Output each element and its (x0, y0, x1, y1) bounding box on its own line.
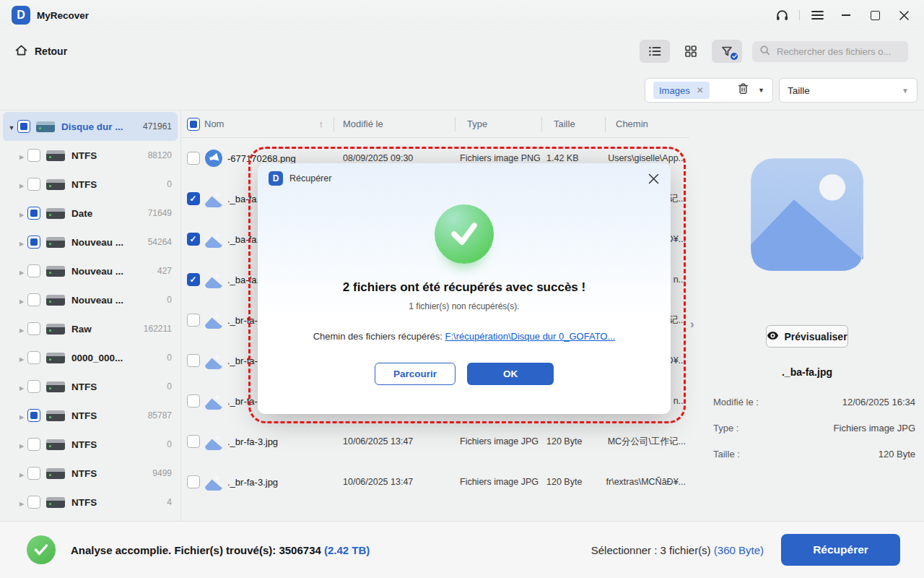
trash-icon[interactable] (737, 82, 749, 98)
sidebar-drive-item[interactable]: Disque dur ... 471961 (3, 112, 178, 141)
sort-ascending-icon[interactable]: ↑ (319, 118, 324, 129)
sidebar-drive-item[interactable]: NTFS 0 (3, 372, 178, 401)
file-type: Fichiers image JPG (456, 436, 542, 447)
row-checkbox[interactable] (187, 435, 200, 448)
sidebar-drive-item[interactable]: NTFS 9499 (3, 459, 178, 488)
row-checkbox[interactable] (187, 314, 200, 327)
column-header-size[interactable]: Taille (542, 118, 605, 129)
images-tag-label: Images (659, 85, 690, 96)
expand-caret-icon[interactable] (16, 207, 27, 220)
column-header-type[interactable]: Type (456, 118, 541, 129)
drive-label: Raw (71, 324, 92, 335)
search-input[interactable] (775, 46, 901, 58)
browse-button[interactable]: Parcourir (375, 363, 456, 385)
collapse-panel-chevron-icon[interactable]: › (690, 318, 694, 330)
drive-checkbox[interactable] (17, 120, 30, 133)
drive-checkbox[interactable] (27, 496, 40, 509)
column-header-path[interactable]: Chemin (606, 118, 689, 129)
row-checkbox[interactable] (187, 192, 200, 205)
grid-view-button[interactable] (676, 40, 706, 63)
expand-caret-icon[interactable] (6, 120, 17, 133)
drive-count: 54264 (148, 237, 172, 247)
expand-caret-icon[interactable] (16, 438, 27, 451)
list-view-button[interactable] (640, 40, 670, 63)
row-checkbox[interactable] (187, 152, 200, 165)
file-row[interactable]: ._br-fa-3.jpg 10/06/2025 13:47 Fichiers … (181, 421, 689, 462)
sidebar-drive-item[interactable]: NTFS 88120 (3, 141, 178, 170)
remove-tag-icon[interactable]: ✕ (697, 86, 704, 95)
expand-caret-icon[interactable] (16, 322, 27, 335)
drive-label: Nouveau ... (71, 266, 123, 277)
close-button[interactable] (889, 4, 918, 26)
sidebar-drive-item[interactable]: Nouveau ... 54264 (3, 228, 178, 256)
filter-row: Images ✕ ▼ Taille ▼ (0, 72, 924, 108)
sidebar-drive-item[interactable]: NTFS 0 (3, 430, 178, 459)
expand-caret-icon[interactable] (16, 351, 27, 364)
dialog-subtext: 1 fichier(s) non récupérés(s). (258, 301, 671, 311)
drive-checkbox[interactable] (27, 467, 40, 480)
expand-caret-icon[interactable] (16, 236, 27, 249)
file-name: ._br-fa-3.jpg (227, 436, 334, 447)
row-checkbox[interactable] (187, 475, 200, 488)
dialog-close-button[interactable] (648, 173, 659, 184)
drive-checkbox[interactable] (27, 236, 40, 249)
drive-checkbox[interactable] (27, 380, 40, 393)
sidebar-drive-item[interactable]: NTFS 4 (3, 488, 178, 517)
sidebar-drive-item[interactable]: Nouveau ... 0 (3, 285, 178, 314)
row-checkbox[interactable] (187, 354, 200, 367)
drive-label: NTFS (71, 150, 97, 161)
minimize-button[interactable] (832, 4, 860, 26)
size-filter-dropdown[interactable]: Taille ▼ (779, 78, 918, 103)
expand-caret-icon[interactable] (16, 264, 27, 277)
recovered-path-link[interactable]: F:\récupération\Disque dur 0_GOFATO... (445, 331, 616, 342)
type-filter-box[interactable]: Images ✕ ▼ (645, 78, 773, 103)
back-button[interactable]: Retour (14, 43, 67, 59)
sidebar-drive-item[interactable]: NTFS 85787 (3, 401, 178, 430)
search-box[interactable] (752, 41, 908, 62)
drive-icon (46, 150, 65, 161)
expand-caret-icon[interactable] (16, 467, 27, 480)
maximize-button[interactable] (860, 4, 889, 26)
select-all-checkbox[interactable] (187, 118, 200, 131)
preview-button[interactable]: Prévisualiser (766, 325, 848, 348)
drive-count: 0 (167, 179, 172, 189)
file-row[interactable]: ._br-fa-3.jpg 10/06/2025 13:47 Fichiers … (181, 462, 689, 502)
drive-checkbox[interactable] (27, 178, 40, 191)
file-name: ._br-fa-3.jpg (227, 477, 334, 488)
expand-caret-icon[interactable] (16, 496, 27, 509)
row-checkbox[interactable] (187, 233, 200, 246)
recover-button[interactable]: Récupérer (781, 534, 900, 566)
expand-caret-icon[interactable] (16, 178, 27, 191)
column-header-name[interactable]: Nom ↑ (200, 118, 334, 129)
drive-checkbox[interactable] (27, 322, 40, 335)
drive-icon (46, 208, 65, 219)
row-checkbox[interactable] (187, 273, 200, 286)
drive-checkbox[interactable] (27, 207, 40, 220)
drive-checkbox[interactable] (27, 438, 40, 451)
preview-button-label: Prévisualiser (784, 331, 847, 342)
drive-checkbox[interactable] (27, 149, 40, 162)
drive-checkbox[interactable] (27, 409, 40, 422)
sidebar-drive-item[interactable]: NTFS 0 (3, 170, 178, 199)
sidebar-drive-item[interactable]: Raw 162211 (3, 314, 178, 343)
drive-label: NTFS (71, 468, 97, 479)
support-headset-icon[interactable] (767, 4, 796, 26)
expand-caret-icon[interactable] (16, 380, 27, 393)
sidebar-drive-item[interactable]: Date 71649 (3, 199, 178, 228)
expand-caret-icon[interactable] (16, 149, 27, 162)
ok-button[interactable]: OK (467, 363, 554, 385)
expand-caret-icon[interactable] (16, 409, 27, 422)
sidebar-drive-item[interactable]: Nouveau ... 427 (3, 256, 178, 285)
column-header-modified[interactable]: Modifié le (334, 118, 455, 129)
drive-checkbox[interactable] (27, 351, 40, 364)
chevron-down-icon[interactable]: ▼ (758, 87, 764, 94)
filter-button[interactable] (712, 40, 742, 63)
images-filter-tag[interactable]: Images ✕ (653, 82, 710, 99)
selection-summary: Sélectionner : 3 fichier(s) (360 Byte) (591, 544, 764, 556)
drive-checkbox[interactable] (27, 264, 40, 277)
row-checkbox[interactable] (187, 394, 200, 407)
drive-checkbox[interactable] (27, 293, 40, 306)
sidebar-drive-item[interactable]: 0000_000... 0 (3, 343, 178, 372)
menu-hamburger-icon[interactable] (803, 4, 832, 26)
expand-caret-icon[interactable] (16, 293, 27, 306)
